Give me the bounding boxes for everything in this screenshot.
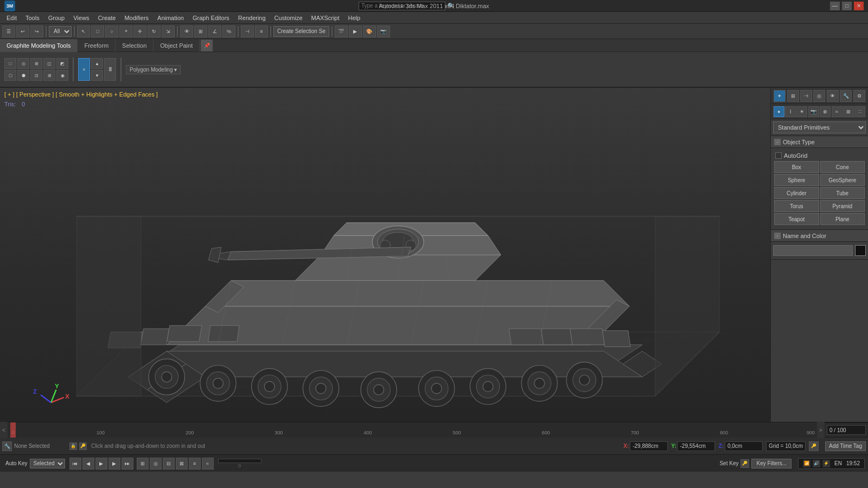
tab-pin-button[interactable]: 📌 <box>201 40 213 52</box>
object-type-header[interactable]: - Object Type <box>771 136 868 148</box>
minimize-button[interactable]: — <box>830 2 840 10</box>
g-tool-btn-2[interactable]: ◎ <box>17 58 29 69</box>
rp-hierarchy-tab[interactable]: ⊣ <box>800 90 812 102</box>
g-tool-btn-1[interactable]: □ <box>4 58 16 69</box>
menu-help[interactable]: Help <box>344 12 365 24</box>
rp-cameras-sub[interactable]: 📷 <box>808 106 819 117</box>
sphere-btn[interactable]: Sphere <box>774 174 819 186</box>
box-btn[interactable]: Box <box>774 161 819 173</box>
tab-graphite-modeling[interactable]: Graphite Modeling Tools <box>0 39 78 52</box>
create-selection-btn[interactable]: Create Selection Se <box>273 26 329 37</box>
rp-create-tab[interactable]: ✦ <box>774 90 786 102</box>
g-tool-btn-6[interactable]: ⬡ <box>4 70 16 81</box>
menu-edit[interactable]: Edit <box>2 12 21 24</box>
torus-btn[interactable]: Torus <box>774 200 819 212</box>
maximize-button[interactable]: □ <box>842 2 852 10</box>
reference-coord-btn[interactable]: 👁 <box>180 25 193 37</box>
timeline-track[interactable]: 0 100 200 300 400 500 600 700 800 900 <box>8 422 817 438</box>
color-swatch[interactable] <box>855 245 866 256</box>
go-to-end-btn[interactable]: ⏭ <box>122 458 133 470</box>
rp-motion-tab[interactable]: ◎ <box>813 90 825 102</box>
undo-btn[interactable]: ↩ <box>16 25 29 37</box>
rp-geometry-sub[interactable]: ● <box>774 106 784 117</box>
move-btn[interactable]: ✛ <box>133 25 146 37</box>
status-icon-1[interactable]: 🔧 <box>2 441 12 451</box>
menu-views[interactable]: Views <box>69 12 93 24</box>
menu-customize[interactable]: Customize <box>270 12 307 24</box>
add-time-tag-btn[interactable]: Add Time Tag <box>825 441 866 451</box>
selection-filter-dropdown[interactable]: All <box>49 26 72 37</box>
tab-object-paint[interactable]: Object Paint <box>154 39 200 52</box>
teapot-btn[interactable]: Teapot <box>774 213 819 225</box>
render-frame-btn[interactable]: 📷 <box>377 25 390 37</box>
rect-select-btn[interactable]: □ <box>91 25 104 37</box>
circle-select-btn[interactable]: ○ <box>105 25 118 37</box>
g-tool-btn-10[interactable]: ◉ <box>56 70 68 81</box>
select-btn[interactable]: ↖ <box>77 25 90 37</box>
menu-graph-editors[interactable]: Graph Editors <box>188 12 234 24</box>
rp-shapes-sub[interactable]: ⌇ <box>785 106 796 117</box>
cone-btn[interactable]: Cone <box>820 161 865 173</box>
g-stack-btn-1[interactable]: ≡ <box>78 58 90 81</box>
scale-btn[interactable]: ⇲ <box>162 25 175 37</box>
coord-y-value[interactable]: -29,554cm <box>677 441 715 451</box>
pyramid-btn[interactable]: Pyramid <box>820 200 865 212</box>
g-tool-btn-3[interactable]: ⊞ <box>30 58 42 69</box>
anim-icon-1[interactable]: ⊞ <box>137 458 149 470</box>
anim-icon-5[interactable]: ≡ <box>189 458 201 470</box>
category-dropdown[interactable]: Standard Primitives <box>773 121 866 133</box>
go-to-start-btn[interactable]: ⏮ <box>69 458 81 470</box>
object-name-input[interactable] <box>773 245 853 256</box>
rp-modify-tab[interactable]: ⊞ <box>787 90 799 102</box>
play-btn[interactable]: ▶ <box>95 458 107 470</box>
menu-group[interactable]: Group <box>44 12 69 24</box>
anim-icon-4[interactable]: ⊠ <box>176 458 188 470</box>
menu-rendering[interactable]: Rendering <box>234 12 270 24</box>
g-tool-btn-7[interactable]: ⬢ <box>17 70 29 81</box>
geosphere-btn[interactable]: GeoSphere <box>820 174 865 186</box>
g-stack-btn-2[interactable]: ≣ <box>104 58 116 81</box>
timeline-playhead[interactable] <box>10 422 16 438</box>
name-color-header[interactable]: - Name and Color <box>771 230 868 242</box>
tube-btn[interactable]: Tube <box>820 187 865 199</box>
next-frame-btn[interactable]: ▶ <box>108 458 120 470</box>
plane-btn[interactable]: Plane <box>820 213 865 225</box>
prev-frame-btn[interactable]: ◀ <box>82 458 94 470</box>
g-down-btn[interactable]: ▼ <box>91 70 103 81</box>
close-button[interactable]: ✕ <box>854 2 864 10</box>
render-btn[interactable]: ▶ <box>349 25 362 37</box>
coord-x-value[interactable]: -29,888cm <box>630 441 668 451</box>
menu-animation[interactable]: Animation <box>153 12 188 24</box>
timeline-scroll-right[interactable]: > <box>817 422 825 438</box>
angle-snap-btn[interactable]: ∠ <box>208 25 221 37</box>
rp-systems-sub[interactable]: ⊞ <box>843 106 854 117</box>
redo-btn[interactable]: ↪ <box>30 25 43 37</box>
cylinder-btn[interactable]: Cylinder <box>774 187 819 199</box>
rp-display-tab[interactable]: 👁 <box>827 90 839 102</box>
g-tool-btn-8[interactable]: ⊡ <box>30 70 42 81</box>
rp-particles-sub[interactable]: ∷ <box>854 106 865 117</box>
snap-btn[interactable]: ⊞ <box>194 25 207 37</box>
key-status-icon[interactable]: 🔑 <box>809 441 819 451</box>
coord-z-value[interactable]: 0,0cm <box>725 441 763 451</box>
autogrid-checkbox[interactable] <box>775 152 782 159</box>
object-type-collapse-btn[interactable]: - <box>774 139 781 145</box>
polygon-modeling-label[interactable]: Polygon Modeling ▾ <box>126 65 181 74</box>
g-tool-btn-4[interactable]: ◫ <box>43 58 55 69</box>
timeline-scroll-left[interactable]: < <box>0 422 8 438</box>
rp-utilities-tab[interactable]: 🔧 <box>840 90 852 102</box>
menu-create[interactable]: Create <box>93 12 120 24</box>
rp-lights-sub[interactable]: ☀ <box>796 106 807 117</box>
anim-icon-6[interactable]: ≈ <box>202 458 214 470</box>
auto-key-dropdown[interactable]: Selected <box>30 459 65 468</box>
anim-icon-3[interactable]: ⊟ <box>163 458 175 470</box>
key-filters-btn[interactable]: Key Filters... <box>751 459 792 468</box>
g-tool-btn-9[interactable]: ⊞ <box>43 70 55 81</box>
percent-snap-btn[interactable]: % <box>222 25 235 37</box>
key-icon[interactable]: 🔑 <box>79 442 87 450</box>
tab-freeform[interactable]: Freeform <box>78 39 116 52</box>
lasso-select-btn[interactable]: ⌖ <box>119 25 132 37</box>
rotate-btn[interactable]: ↻ <box>148 25 161 37</box>
name-color-collapse-btn[interactable]: - <box>774 233 781 239</box>
menu-maxscript[interactable]: MAXScript <box>307 12 344 24</box>
